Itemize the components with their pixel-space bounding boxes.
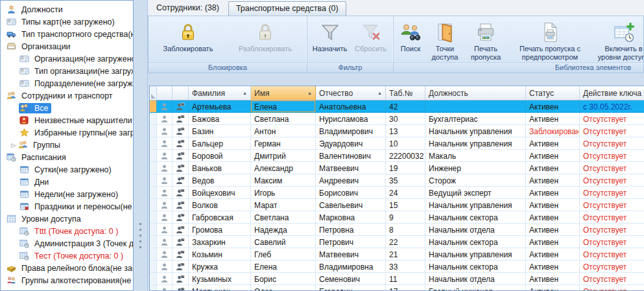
table-row[interactable]: ЗахаркинСавелийПетрович22Начальник секто… <box>150 236 644 248</box>
cell-name[interactable]: Елена <box>251 261 316 272</box>
cell-name[interactable]: Глеб <box>251 248 316 260</box>
ribbon-button-print-preview[interactable]: Печать пропуска с предпросмотром <box>507 18 593 62</box>
tree-item-18[interactable]: Tttt (Точек доступа: 0 ) <box>1 225 133 237</box>
cell-position[interactable]: Начальник сектора <box>425 211 526 223</box>
cell-name[interactable]: Герман <box>251 137 316 149</box>
table-row[interactable]: МартынюкОлегЕгорович17Главный инженерАкт… <box>150 285 644 291</box>
cell-name[interactable]: Александр <box>251 162 316 174</box>
cell-tab-no[interactable]: 33 <box>386 261 425 272</box>
cell-key-validity[interactable]: Отсутствует <box>580 224 644 235</box>
cell-surname[interactable]: Боровой <box>189 150 251 161</box>
column-header-name[interactable]: Имя▲ <box>251 86 316 100</box>
cell-name[interactable]: Светлана <box>251 211 316 223</box>
cell-patronymic[interactable]: Савельевич <box>316 199 386 211</box>
table-row[interactable]: ВойцеховичИгорьБорисович24Ведущий экспер… <box>150 187 644 199</box>
cell-patronymic[interactable]: Петрович <box>316 236 386 248</box>
tree-item-4[interactable]: Организация(не загружено) <box>1 52 133 65</box>
tree-item-7[interactable]: Сотрудники и транспорт <box>1 89 133 102</box>
cell-surname[interactable]: Бажова <box>189 113 251 124</box>
ribbon-button-door[interactable]: Точки доступа <box>425 18 464 62</box>
cell-key-validity[interactable]: Отсутствует <box>580 187 644 198</box>
cell-status[interactable]: Активен <box>526 261 580 272</box>
cell-name[interactable]: Светлана <box>251 113 316 124</box>
cell-surname[interactable]: Бальцер <box>189 137 251 149</box>
cell-position[interactable]: Бухгалтериас <box>425 113 526 124</box>
cell-patronymic[interactable]: Эдуардович <box>316 137 386 149</box>
tree-item-17[interactable]: Уровни доступа <box>1 213 133 225</box>
cell-status[interactable]: Активен <box>526 113 580 124</box>
tree-item-16[interactable]: Праздники и переносы(не заг <box>1 200 133 213</box>
cell-status[interactable]: Активен <box>526 100 580 112</box>
cell-status[interactable]: Заблокирован <box>526 125 580 137</box>
tab-employees[interactable]: Сотрудники: (38) <box>149 1 226 16</box>
cell-position[interactable]: Начальник управления <box>425 248 526 260</box>
cell-position[interactable]: Инженер <box>425 162 526 174</box>
cell-status[interactable]: Активен <box>526 162 580 174</box>
cell-name[interactable]: Максим <box>251 174 316 186</box>
tree-item-8[interactable]: Все <box>1 102 133 114</box>
splitter-grip-icon[interactable] <box>139 219 141 252</box>
cell-surname[interactable]: Козьмин <box>189 248 251 260</box>
table-row[interactable]: АртемьеваЕленаАнатольевна42Активенс 30.0… <box>150 100 644 113</box>
cell-position[interactable]: Макаль <box>425 150 526 161</box>
cell-name[interactable]: Надежда <box>251 224 316 235</box>
cell-tab-no[interactable]: 15 <box>386 199 425 211</box>
tab-vehicles[interactable]: Транспортные средства (0) <box>228 1 346 16</box>
cell-position[interactable]: Начальник сектора <box>425 261 526 272</box>
cell-tab-no[interactable]: 17 <box>386 285 425 291</box>
tree-item-21[interactable]: Права релейного блока(не загру <box>1 262 133 274</box>
cell-key-validity[interactable]: Отсутствует <box>580 273 644 285</box>
cell-tab-no[interactable]: 21 <box>386 248 425 260</box>
table-row[interactable]: ГабровскаяСветланаМарковна9Начальник сек… <box>150 211 644 224</box>
cell-key-validity[interactable]: Отсутствует <box>580 174 644 186</box>
cell-patronymic[interactable]: Петровна <box>316 224 386 235</box>
column-header-surname[interactable]: Фамилия▲ <box>189 86 251 100</box>
tree-item-5[interactable]: Тип организации(не загружен <box>1 65 133 77</box>
cell-tab-no[interactable]: 8 <box>386 224 425 235</box>
sidebar-splitter[interactable] <box>134 0 148 291</box>
ribbon-button-lock-gray[interactable]: Разблокировать <box>226 18 305 62</box>
cell-position[interactable]: Начальник отдела <box>425 273 526 285</box>
cell-position[interactable]: Начальник отдела <box>425 224 526 235</box>
cell-name[interactable]: Борис <box>251 273 316 285</box>
column-header-patronymic[interactable]: Отчество▲ <box>316 86 386 100</box>
cell-surname[interactable]: Ведов <box>189 174 251 186</box>
cell-surname[interactable]: Волков <box>189 199 251 211</box>
table-row[interactable]: ГромоваНадеждаПетровна8Начальник отделаА… <box>150 224 644 236</box>
cell-status[interactable]: Активен <box>526 273 580 285</box>
cell-patronymic[interactable]: Андреевич <box>316 174 386 186</box>
cell-key-validity[interactable]: Отсутствует <box>580 285 644 291</box>
tree-item-22[interactable]: Группы алкотестирования(не заг <box>1 274 133 286</box>
cell-status[interactable]: Активен <box>526 174 580 186</box>
table-row[interactable]: ВаньковАлександрМатвеевич19ИнженерАктиве… <box>150 162 644 174</box>
cell-status[interactable]: Активен <box>526 285 580 291</box>
cell-surname[interactable]: Громова <box>189 224 251 235</box>
cell-position[interactable]: Начальник управления <box>425 137 526 149</box>
cell-status[interactable]: Активен <box>526 248 580 260</box>
tree-item-1[interactable]: Типы карт(не загружено) <box>1 16 133 28</box>
ribbon-button-table-add[interactable]: Включить в уровни доступа <box>593 18 644 62</box>
cell-tab-no[interactable]: 11 <box>386 273 425 285</box>
cell-position[interactable]: Начальник сектора <box>425 236 526 248</box>
cell-key-validity[interactable]: Отсутствует <box>580 248 644 260</box>
cell-key-validity[interactable]: Отсутствует <box>580 150 644 161</box>
table-row[interactable]: ВедовМаксимАндреевич35СторожАктивенОтсут… <box>150 174 644 187</box>
cell-surname[interactable]: Артемьева <box>189 100 251 112</box>
cell-position[interactable]: Начальник управления <box>425 125 526 137</box>
cell-patronymic[interactable]: Владимирович <box>316 125 386 137</box>
tree-item-2[interactable]: Тип транспортного средства(не з <box>1 28 133 40</box>
cell-surname[interactable]: Габровская <box>189 211 251 223</box>
cell-status[interactable]: Активен <box>526 187 580 198</box>
ribbon-button-search-people[interactable]: Поиск <box>396 18 425 62</box>
cell-patronymic[interactable]: Матвеевич <box>316 162 386 174</box>
cell-tab-no[interactable]: 19 <box>386 162 425 174</box>
cell-tab-no[interactable]: 22200032 <box>386 150 425 161</box>
cell-name[interactable]: Антон <box>251 125 316 137</box>
table-row[interactable]: ВолковМаратСавельевич15Начальник управле… <box>150 199 644 211</box>
table-row[interactable]: БальцерГерманЭдуардович10Начальник управ… <box>150 137 644 150</box>
cell-key-validity[interactable]: с 30.05.2022г. <box>580 100 644 112</box>
cell-surname[interactable]: Войцехович <box>189 187 251 198</box>
column-header-position[interactable]: Должность <box>425 86 526 100</box>
ribbon-button-printer[interactable]: Печать пропуска <box>464 18 507 62</box>
tree-item-0[interactable]: Должности <box>1 3 133 16</box>
